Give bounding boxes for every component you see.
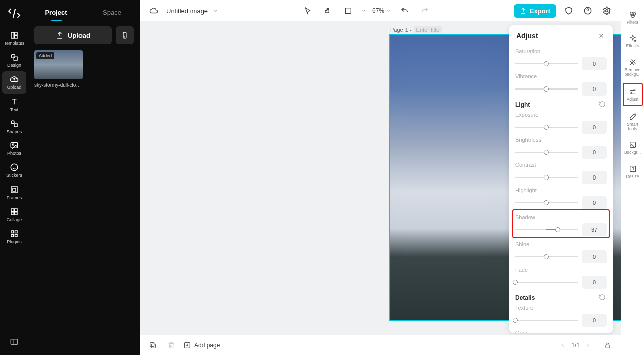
svg-point-3 [11, 54, 15, 58]
value-shadow[interactable]: 37 [582, 223, 607, 236]
adjust-field-highlight: Highlight0 [515, 187, 607, 209]
slider-highlight[interactable] [515, 199, 578, 206]
text-icon [9, 97, 19, 107]
templates-icon [9, 30, 19, 40]
asset-thumbnail[interactable]: Added [34, 50, 83, 79]
reset-icon[interactable] [599, 101, 607, 109]
photos-icon [9, 140, 19, 150]
next-page-icon[interactable] [585, 342, 591, 348]
slider-exposure[interactable] [515, 124, 578, 131]
cloud-sync-icon[interactable] [147, 4, 161, 18]
undo-icon[interactable] [397, 4, 412, 18]
rail-item-frames[interactable]: Frames [2, 182, 26, 204]
adjust-field-shadow: Shadow37 [512, 209, 610, 238]
adjust-field-grain: Grain0 [515, 330, 607, 333]
crop-tool-icon[interactable] [341, 4, 355, 18]
upload-from-phone-button[interactable] [116, 26, 134, 44]
duplicate-page-icon[interactable] [147, 339, 159, 351]
value-texture[interactable]: 0 [582, 314, 607, 327]
svg-rect-23 [346, 8, 351, 14]
svg-rect-6 [14, 124, 17, 127]
rail-item-design[interactable]: Design [2, 49, 26, 71]
tab-space[interactable]: Space [84, 9, 140, 21]
close-icon[interactable] [597, 31, 606, 40]
tool-effects[interactable]: Effects [623, 31, 643, 51]
backgr-icon [628, 140, 637, 149]
slider-vibrance[interactable] [515, 85, 578, 93]
select-tool-icon[interactable] [301, 4, 315, 18]
reset-icon[interactable] [599, 294, 607, 302]
svg-rect-27 [150, 342, 154, 346]
field-label: Shine [515, 241, 607, 247]
rail-item-photos[interactable]: Photos [2, 137, 26, 159]
rail-item-shapes[interactable]: Shapes [2, 116, 26, 138]
pager-text: 1/1 [571, 342, 580, 349]
tool-smarttools[interactable]: Smart tools [623, 109, 643, 135]
help-icon[interactable] [581, 4, 595, 18]
value-saturation[interactable]: 0 [582, 57, 607, 70]
chevron-down-icon[interactable] [361, 8, 366, 13]
rail-item-upload[interactable]: Upload [2, 71, 26, 94]
design-icon [9, 52, 19, 62]
tool-label: Adjust [627, 97, 639, 102]
rail-collapse-icon[interactable] [2, 332, 26, 352]
adjust-field-brightness: Brightness0 [515, 137, 607, 159]
svg-rect-35 [630, 142, 635, 148]
tab-project[interactable]: Project [28, 9, 84, 21]
rail-item-label: Templates [4, 41, 24, 46]
tool-label: Effects [626, 44, 639, 48]
asset-item[interactable]: Added sky-stormy-dull-clou... [34, 50, 83, 88]
value-highlight[interactable]: 0 [582, 196, 607, 209]
rail-item-stickers[interactable]: Stickers [2, 159, 26, 182]
document-title[interactable]: Untitled image [166, 7, 208, 15]
value-fade[interactable]: 0 [582, 276, 607, 289]
export-button[interactable]: Export [514, 4, 556, 18]
page-title-input[interactable]: Enter title [414, 26, 442, 33]
slider-brightness[interactable] [515, 149, 578, 156]
chevron-down-icon[interactable] [213, 8, 219, 14]
add-page-button[interactable]: Add page [183, 341, 220, 349]
field-label: Texture [515, 305, 607, 311]
rail-item-plugins[interactable]: Plugins [2, 226, 26, 248]
nav-rail: TemplatesDesignUploadTextShapesPhotosSti… [0, 0, 28, 355]
rail-item-text[interactable]: Text [2, 94, 26, 116]
slider-saturation[interactable] [515, 60, 578, 67]
svg-rect-10 [11, 187, 17, 193]
hand-tool-icon[interactable] [321, 4, 335, 18]
prev-page-icon[interactable] [560, 342, 566, 348]
value-brightness[interactable]: 0 [582, 146, 607, 159]
slider-shine[interactable] [515, 253, 578, 260]
upload-button[interactable]: Upload [34, 26, 112, 44]
svg-rect-12 [11, 209, 14, 211]
slider-contrast[interactable] [515, 174, 578, 181]
value-contrast[interactable]: 0 [582, 171, 607, 184]
tool-removebg[interactable]: Remove backgr... [623, 55, 643, 80]
settings-icon[interactable] [600, 4, 614, 18]
upload-icon [9, 74, 19, 84]
rail-item-templates[interactable]: Templates [2, 27, 26, 49]
slider-fade[interactable] [515, 279, 578, 286]
tool-resize[interactable]: Resize [623, 161, 643, 182]
field-label: Brightness [515, 137, 607, 143]
redo-icon[interactable] [418, 4, 432, 18]
zoom-level[interactable]: 67% [372, 7, 391, 14]
rail-item-label: Collage [7, 218, 22, 223]
tool-filters[interactable]: Filters [623, 7, 643, 28]
adjust-field-texture: Texture0 [515, 305, 607, 327]
shield-icon[interactable] [561, 4, 576, 18]
tool-adjust[interactable]: Adjust [623, 83, 643, 106]
rail-item-collage[interactable]: Collage [2, 204, 26, 226]
filters-icon [628, 10, 637, 19]
value-shine[interactable]: 0 [582, 250, 607, 263]
canvas-area[interactable]: Page 1 - Enter title Adjust Saturation0V… [140, 21, 621, 335]
svg-rect-0 [11, 32, 14, 38]
field-label: Fade [515, 267, 607, 273]
app-logo[interactable] [4, 3, 24, 23]
svg-point-8 [12, 144, 14, 145]
lock-icon[interactable] [602, 339, 614, 351]
slider-shadow[interactable] [515, 226, 578, 233]
tool-backgr[interactable]: Backgr... [623, 137, 643, 158]
value-exposure[interactable]: 0 [582, 121, 607, 134]
slider-texture[interactable] [515, 317, 578, 324]
value-vibrance[interactable]: 0 [582, 82, 607, 96]
